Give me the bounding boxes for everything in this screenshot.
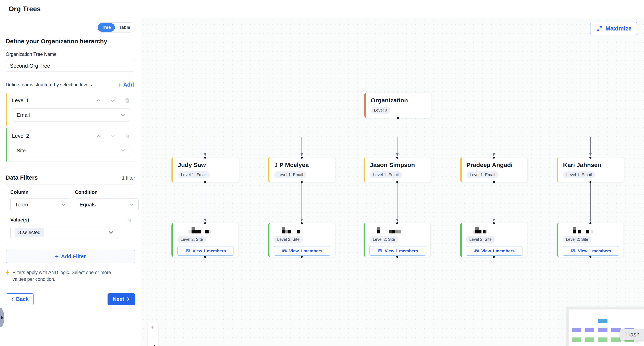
move-up-button[interactable] [96,99,101,102]
chevron-down-icon [108,231,114,234]
values-label: Value(s) [10,217,130,223]
page-title: Org Trees [8,5,41,13]
redacted-name [274,227,330,236]
move-down-button[interactable] [110,134,116,138]
minimap-level1-node [611,328,621,332]
play-arrow-icon [1,316,4,320]
level-badge: Level 2: Site [177,236,206,243]
node-title: Pradeep Angadi [466,161,522,168]
column-label: Column [10,189,70,195]
org-node-level2[interactable]: Level 2: Site View 1 members [364,223,430,257]
level-badge: Level 1: Email [178,171,210,179]
org-node-level1[interactable]: J P Mcelyea Level 1: Email [268,157,336,182]
move-up-button[interactable] [96,134,101,138]
minimap-level2-node [585,337,594,342]
level-2-select[interactable]: Site [12,144,130,157]
add-filter-button[interactable]: + Add Filter [6,250,135,263]
next-button[interactable]: Next [108,293,135,305]
org-node-level1[interactable]: Kari Jahnsen Level 1: Email [557,157,624,182]
minimap-level1-node [598,328,608,332]
filter-card: Column Team Condition Equals [6,184,135,244]
zoom-out-button[interactable]: − [148,332,158,342]
minimap-viewport [568,309,644,346]
zoom-in-button[interactable]: + [148,322,158,332]
view-members-button[interactable]: View 1 members [274,246,330,256]
people-icon [185,249,190,253]
trash-icon [124,133,130,139]
add-level-button[interactable]: + Add [117,81,135,88]
delete-level-button[interactable] [124,98,130,104]
org-node-level2[interactable]: Level 2: Site View 1 members [460,223,527,257]
level-badge: Level 2: Site [466,236,495,243]
toggle-tree[interactable]: Tree [98,23,115,32]
people-icon [282,249,287,253]
view-members-button[interactable]: View 1 members [466,246,522,256]
fit-view-button[interactable] [148,342,158,346]
view-members-button[interactable]: View 1 members [563,246,619,256]
tree-name-input[interactable] [6,60,135,72]
condition-select[interactable]: Equals [75,198,138,211]
org-node-level2[interactable]: Level 2: Site View 1 members [268,223,335,257]
view-members-button[interactable]: View 1 members [370,246,426,256]
chevron-down-icon [130,203,134,206]
fit-view-icon [150,344,156,346]
org-node-level1[interactable]: Judy Saw Level 1: Email [172,157,239,182]
back-button[interactable]: Back [6,293,34,305]
node-title: J P Mcelyea [274,161,330,168]
selected-count-chip: 3 selected [14,228,44,237]
chevron-down-icon [120,149,126,152]
expand-icon [596,25,602,32]
org-node-level1[interactable]: Jason Simpson Level 1: Email [364,157,431,182]
zoom-controls: + − [148,322,158,346]
delete-filter-button[interactable] [126,217,132,223]
level-card-1: Level 1 Email [6,93,135,126]
view-members-button[interactable]: View 1 members [177,246,234,256]
level-badge: Level 1: Email [563,171,595,179]
org-tree-canvas[interactable]: Maximize [141,18,644,346]
column-select[interactable]: Team [10,198,70,211]
level-badge: Level 1: Email [466,171,498,179]
level-1-label: Level 1 [12,97,87,104]
people-icon [570,249,576,253]
redacted-name [563,227,619,236]
org-node-root[interactable]: Organization Level 0 [364,93,431,118]
chevron-down-icon [110,99,116,102]
level-badge: Level 2: Site [274,236,303,243]
redacted-name [177,227,234,236]
minimap[interactable]: Trash [566,307,644,346]
level-card-2: Level 2 Site [6,128,135,162]
data-filters-title: Data Filters [6,174,38,181]
minimap-level2-node [611,337,621,342]
level-badge: Level 2: Site [370,236,398,243]
node-title: Organization [371,97,426,104]
level-badge: Level 0 [371,107,390,114]
chevron-left-icon [11,297,14,302]
delete-level-button[interactable] [124,133,130,139]
tree-name-label: Organization Tree Name [6,52,135,57]
view-toggle: Tree Table [97,22,135,33]
move-down-button[interactable] [110,99,116,102]
minimap-level1-node [585,328,594,332]
sidebar: Tree Table Define your Organization hier… [0,18,141,346]
level-1-select[interactable]: Email [12,108,130,121]
values-multiselect[interactable]: 3 selected [10,226,118,239]
level-2-label: Level 2 [12,133,87,139]
condition-label: Condition [75,189,138,195]
org-node-level1[interactable]: Pradeep Angadi Level 1: Email [460,157,528,182]
maximize-button[interactable]: Maximize [590,22,637,35]
chevron-right-icon [126,297,130,302]
chevron-up-icon [96,134,101,138]
hierarchy-heading: Define your Organization hierarchy [6,38,135,45]
org-node-level2[interactable]: Level 2: Site View 1 members [172,223,238,257]
level-badge: Level 2: Site [563,236,592,243]
chevron-down-icon [61,203,66,206]
redacted-name [370,227,426,236]
org-node-level2[interactable]: Level 2: Site View 1 members [557,223,624,257]
levels-description: Define teams structure by selecting leve… [6,82,93,88]
app-header: Org Trees [0,0,644,18]
toggle-table[interactable]: Table [115,23,134,32]
trash-icon [124,98,130,104]
plus-icon: + [55,253,59,259]
filters-note: Filters apply with AND logic. Select one… [12,269,119,283]
minimap-root-node [598,319,608,323]
